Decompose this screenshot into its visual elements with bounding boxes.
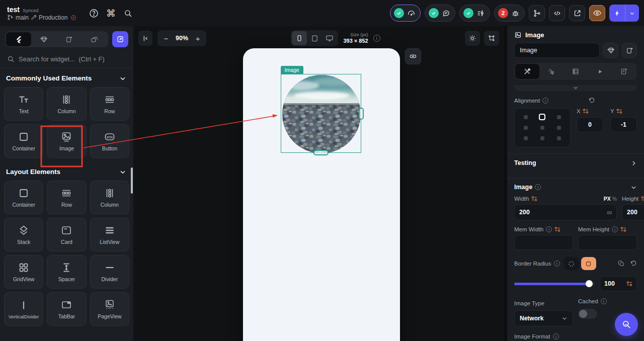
widget-button[interactable]: BTN Button bbox=[90, 124, 129, 158]
widget-search[interactable] bbox=[0, 51, 133, 68]
tab-interactions[interactable] bbox=[539, 64, 564, 79]
collapse-sidebar-button[interactable] bbox=[138, 31, 152, 46]
widget-image[interactable]: Image bbox=[47, 124, 86, 158]
image-type-dropdown[interactable]: Network bbox=[514, 310, 573, 326]
tab-data[interactable] bbox=[564, 64, 588, 79]
help-button[interactable] bbox=[85, 5, 102, 22]
set-from-variable-icon[interactable] bbox=[616, 108, 622, 114]
tab-templates[interactable] bbox=[57, 32, 82, 46]
widget-text[interactable]: Text bbox=[4, 87, 43, 121]
widget-search-input[interactable] bbox=[19, 55, 119, 63]
widget-verticaldivider[interactable]: VerticalDivider bbox=[4, 292, 43, 326]
radius-circular-button[interactable] bbox=[564, 257, 579, 270]
widget-listview[interactable]: ListView bbox=[90, 218, 129, 251]
reset-icon[interactable] bbox=[630, 260, 637, 267]
tab-animations[interactable] bbox=[588, 64, 612, 79]
section-commonly-used[interactable]: Commonly Used Elements bbox=[0, 68, 133, 86]
set-from-variable-icon[interactable] bbox=[554, 226, 560, 232]
code-view-button[interactable] bbox=[549, 5, 565, 21]
widget-tabbar[interactable]: TabBar bbox=[47, 292, 86, 326]
section-layout-elements[interactable]: Layout Elements bbox=[0, 162, 133, 180]
open-preview-button[interactable] bbox=[569, 5, 585, 21]
preview-mode-button[interactable] bbox=[589, 5, 605, 21]
set-from-variable-icon[interactable] bbox=[620, 226, 626, 232]
run-button[interactable] bbox=[609, 5, 639, 22]
zoom-in-button[interactable]: + bbox=[192, 33, 203, 44]
info-icon[interactable]: i bbox=[542, 98, 548, 104]
align-x-input[interactable] bbox=[577, 117, 603, 132]
radius-rounded-button[interactable] bbox=[581, 257, 596, 270]
resize-handle-bottom[interactable] bbox=[313, 150, 329, 155]
set-from-variable-icon[interactable] bbox=[641, 196, 644, 202]
widget-row[interactable]: Row bbox=[47, 181, 86, 214]
search-button[interactable] bbox=[119, 5, 136, 22]
testing-section-header[interactable]: Testing bbox=[514, 154, 637, 172]
align-center[interactable] bbox=[534, 122, 551, 133]
cached-toggle[interactable] bbox=[578, 309, 597, 319]
tab-documentation[interactable] bbox=[612, 64, 636, 79]
set-from-variable-icon[interactable] bbox=[626, 281, 632, 287]
run-bolt-icon[interactable] bbox=[609, 5, 625, 22]
align-bottom-right[interactable] bbox=[550, 133, 567, 144]
run-options-chevron[interactable] bbox=[625, 5, 639, 22]
border-radius-input[interactable] bbox=[604, 280, 623, 287]
project-health-button[interactable] bbox=[390, 5, 421, 22]
widget-divider[interactable]: Divider bbox=[90, 255, 129, 289]
canvas-selection-box[interactable]: Image bbox=[281, 74, 361, 153]
tab-properties[interactable] bbox=[515, 64, 539, 79]
device-tablet-button[interactable] bbox=[307, 31, 322, 45]
width-input[interactable] bbox=[519, 209, 607, 216]
align-top-left[interactable] bbox=[518, 112, 534, 122]
actions-status-button[interactable] bbox=[459, 5, 490, 22]
tab-media[interactable] bbox=[82, 32, 107, 46]
widget-column[interactable]: Column bbox=[47, 87, 86, 121]
widget-container[interactable]: Container bbox=[4, 124, 43, 158]
set-from-variable-icon[interactable] bbox=[531, 196, 537, 202]
align-bottom-left[interactable] bbox=[518, 133, 534, 144]
info-icon[interactable]: i bbox=[535, 184, 541, 190]
align-center-left[interactable] bbox=[518, 122, 534, 133]
border-radius-slider[interactable] bbox=[514, 280, 595, 287]
expand-panel-button[interactable] bbox=[112, 31, 128, 47]
align-top-right[interactable] bbox=[550, 112, 567, 122]
info-icon[interactable]: i bbox=[601, 298, 607, 304]
device-phone-button[interactable] bbox=[292, 31, 307, 45]
canvas-frame-toggle-button[interactable] bbox=[405, 48, 421, 64]
widget-name-input[interactable] bbox=[514, 43, 600, 58]
info-icon[interactable]: i bbox=[612, 226, 618, 232]
widget-stack[interactable]: Stack bbox=[4, 218, 43, 251]
size-info-icon[interactable]: i bbox=[373, 35, 380, 42]
search-properties-fab[interactable] bbox=[615, 313, 638, 336]
align-center-right[interactable] bbox=[550, 122, 567, 133]
alignment-grid[interactable] bbox=[514, 108, 571, 147]
widget-spacer[interactable]: Spacer bbox=[47, 255, 86, 289]
theme-widget-button[interactable] bbox=[603, 43, 618, 58]
comments-button[interactable] bbox=[425, 5, 455, 22]
width-unit-pct[interactable]: % bbox=[612, 196, 617, 202]
save-as-component-button[interactable] bbox=[622, 43, 637, 58]
info-icon[interactable]: i bbox=[553, 333, 559, 339]
widget-pageview[interactable]: PageView bbox=[90, 292, 129, 326]
tab-components[interactable] bbox=[31, 32, 56, 46]
canvas-select-mode-button[interactable] bbox=[484, 31, 499, 46]
copy-icon[interactable] bbox=[618, 260, 625, 267]
widget-tree-button[interactable] bbox=[529, 5, 545, 21]
width-unit-px[interactable]: PX bbox=[604, 196, 611, 202]
image-section-header[interactable]: Image i bbox=[514, 179, 637, 192]
align-bottom-center[interactable] bbox=[534, 133, 551, 144]
reset-icon[interactable] bbox=[588, 97, 595, 104]
zoom-out-button[interactable]: − bbox=[160, 33, 172, 44]
align-top-center[interactable] bbox=[534, 112, 551, 122]
info-icon[interactable]: i bbox=[554, 261, 560, 267]
infinity-icon[interactable]: ∞ bbox=[607, 209, 612, 216]
slider-thumb[interactable] bbox=[586, 280, 593, 287]
device-desktop-button[interactable] bbox=[322, 31, 337, 45]
widget-column[interactable]: Column bbox=[90, 181, 129, 214]
properties-scroll-area[interactable]: Alignment i bbox=[507, 80, 644, 341]
tab-widgets[interactable] bbox=[6, 32, 31, 46]
widget-gridview[interactable]: GridView bbox=[4, 255, 43, 289]
widget-container[interactable]: Container bbox=[4, 181, 43, 214]
info-icon[interactable]: i bbox=[546, 226, 552, 232]
mem-width-input[interactable] bbox=[514, 235, 573, 250]
branch-name[interactable]: main bbox=[16, 14, 29, 21]
